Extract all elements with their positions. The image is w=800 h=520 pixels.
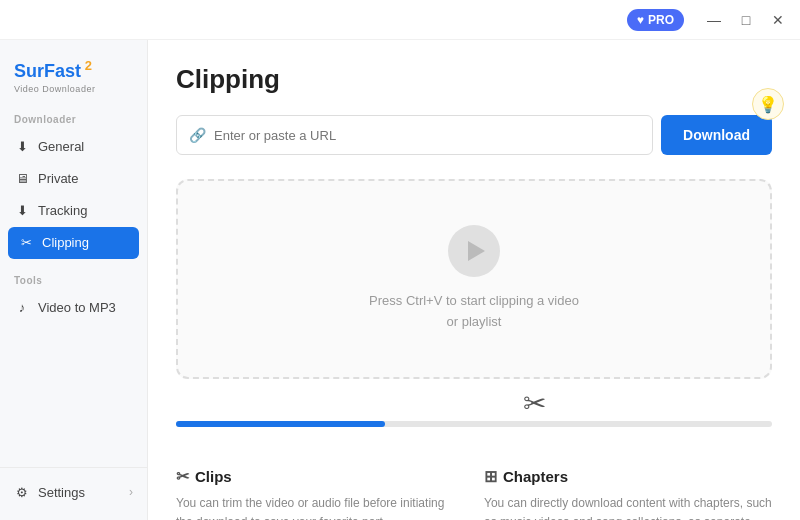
downloader-section-label: Downloader [0, 110, 147, 131]
clips-icon: ✂ [176, 467, 189, 486]
monitor-icon: 🖥 [14, 171, 30, 187]
sidebar-private-label: Private [38, 171, 78, 186]
chapters-icon: ⊞ [484, 467, 497, 486]
sidebar-item-private[interactable]: 🖥 Private [0, 163, 147, 195]
lightbulb-button[interactable]: 💡 [752, 88, 784, 120]
clipping-preview: Press Ctrl+V to start clipping a video o… [176, 179, 772, 379]
clipping-area: Press Ctrl+V to start clipping a video o… [176, 179, 772, 439]
settings-label: Settings [38, 485, 85, 500]
url-input-wrap: 🔗 [176, 115, 653, 155]
music-icon: ♪ [14, 300, 30, 316]
app-body: SurFast 2 Video Downloader Downloader ⬇ … [0, 40, 800, 520]
settings-left: ⚙ Settings [14, 484, 85, 500]
link-icon: 🔗 [189, 127, 206, 143]
lightbulb-icon: 💡 [758, 95, 778, 114]
scissors-nav-icon: ✂ [18, 235, 34, 251]
logo-number: 2 [81, 58, 92, 73]
settings-chevron-icon: › [129, 485, 133, 499]
pro-badge[interactable]: ♥ PRO [627, 9, 684, 31]
sidebar-item-video-to-mp3[interactable]: ♪ Video to MP3 [0, 292, 147, 324]
sidebar-item-clipping[interactable]: ✂ Clipping [8, 227, 139, 259]
feature-cards: ✂ Clips You can trim the video or audio … [176, 463, 772, 520]
progress-track [176, 421, 772, 427]
clips-title: ✂ Clips [176, 467, 464, 486]
url-bar: 🔗 Download [176, 115, 772, 155]
sidebar-clipping-label: Clipping [42, 235, 89, 250]
play-icon [468, 241, 485, 261]
close-button[interactable]: ✕ [764, 6, 792, 34]
title-bar-controls: ♥ PRO — □ ✕ [627, 6, 792, 34]
sidebar-general-label: General [38, 139, 84, 154]
download-button[interactable]: Download [661, 115, 772, 155]
sidebar: SurFast 2 Video Downloader Downloader ⬇ … [0, 40, 148, 520]
pro-label: PRO [648, 13, 674, 27]
clips-desc: You can trim the video or audio file bef… [176, 494, 464, 520]
logo-subtitle: Video Downloader [14, 84, 133, 94]
sidebar-tracking-label: Tracking [38, 203, 87, 218]
progress-fill [176, 421, 385, 427]
scissors-icon: ✂ [523, 387, 546, 420]
logo-text: SurFast [14, 61, 81, 81]
scissors-area: ✂ [176, 379, 772, 439]
feature-card-clips: ✂ Clips You can trim the video or audio … [176, 463, 464, 520]
minimize-button[interactable]: — [700, 6, 728, 34]
download-icon: ⬇ [14, 139, 30, 155]
url-input[interactable] [214, 128, 640, 143]
settings-icon: ⚙ [14, 484, 30, 500]
title-bar: ♥ PRO — □ ✕ [0, 0, 800, 40]
sidebar-item-tracking[interactable]: ⬇ Tracking [0, 195, 147, 227]
sidebar-video-to-mp3-label: Video to MP3 [38, 300, 116, 315]
maximize-button[interactable]: □ [732, 6, 760, 34]
app-logo: SurFast 2 Video Downloader [0, 52, 147, 110]
chapters-desc: You can directly download content with c… [484, 494, 772, 520]
tracking-icon: ⬇ [14, 203, 30, 219]
main-content: 💡 Clipping 🔗 Download Press Ctrl+V to st… [148, 40, 800, 520]
chapters-title: ⊞ Chapters [484, 467, 772, 486]
tools-section-label: Tools [0, 271, 147, 292]
play-icon-circle [448, 225, 500, 277]
sidebar-item-general[interactable]: ⬇ General [0, 131, 147, 163]
page-title: Clipping [176, 64, 772, 95]
clipping-hint: Press Ctrl+V to start clipping a video o… [369, 291, 579, 333]
pro-heart-icon: ♥ [637, 13, 644, 27]
sidebar-footer: ⚙ Settings › [0, 467, 147, 508]
settings-item[interactable]: ⚙ Settings › [0, 476, 147, 508]
feature-card-chapters: ⊞ Chapters You can directly download con… [484, 463, 772, 520]
